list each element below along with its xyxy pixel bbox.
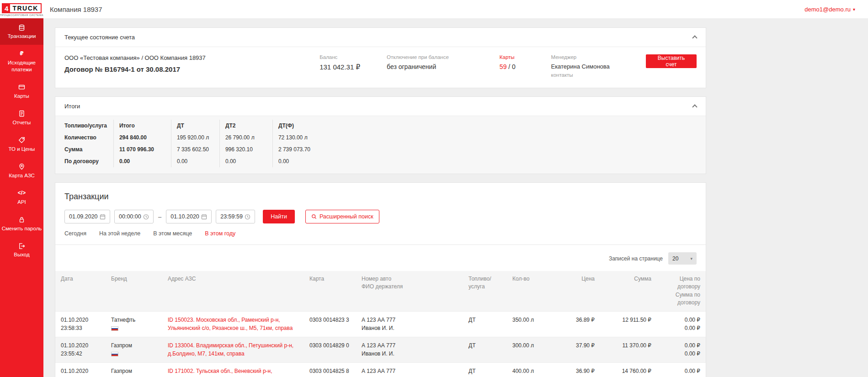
cell-auto: А 123 АА 777Иванов И. И. — [356, 337, 463, 362]
time-to-input[interactable]: 23:59:59 — [216, 210, 255, 223]
quick-filter-this-year[interactable]: В этом году — [205, 230, 235, 237]
cell-date: 01.10.202023:55:42 — [55, 337, 106, 362]
sidebar-item-to-and-prices[interactable]: ТО и Цены — [0, 131, 43, 158]
table-header-row: Дата Бренд Адрес АЗС Карта Номер авто ФИ… — [55, 271, 706, 311]
cutoff-value: без ограничений — [387, 63, 500, 70]
sidebar-item-transactions[interactable]: Транзакции — [0, 18, 43, 45]
date-to-input[interactable]: 01.10.2020 — [166, 210, 212, 223]
col-contract-price: Цена по договору — [662, 275, 700, 291]
transactions-table: Дата Бренд Адрес АЗС Карта Номер авто ФИ… — [55, 271, 706, 377]
cell-auto: А 123 АА 777Иванов И. И. — [356, 311, 463, 337]
station-address-link[interactable]: ID 133004. Владимирская обл., Петушински… — [168, 342, 293, 357]
card-icon — [1, 84, 42, 91]
totals-value: 11 070 996.30 — [113, 143, 171, 155]
totals-value: 996 320.10 — [219, 143, 272, 155]
totals-col-dtf: ДТ(Ф) — [272, 120, 317, 132]
col-price: Цена — [559, 271, 600, 311]
sidebar-item-azs-map[interactable]: Карта АЗС — [0, 158, 43, 184]
clock-icon — [245, 214, 250, 220]
sidebar-item-outgoing-payments[interactable]: ₽ Исходящие платежи — [0, 45, 43, 78]
cell-card: 0303 0014829 0 — [304, 337, 356, 362]
collapse-chevron-icon[interactable] — [692, 35, 697, 40]
cell-qty: 400.00 л — [507, 362, 559, 377]
advanced-search-label: Расширенный поиск — [320, 213, 373, 220]
per-page-select[interactable]: 20 ▾ — [668, 252, 697, 265]
totals-value: 2 739 073.70 — [272, 143, 317, 155]
totals-value: 0.00 — [171, 155, 219, 167]
table-row: 01.10.202023:55:42 Газпром ID 133004. Вл… — [55, 337, 706, 362]
manager-name: Екатерина Симонова — [551, 63, 646, 70]
totals-value: 7 335 602.50 — [171, 143, 219, 155]
cell-address: ID 171002. Тульская обл., Веневский р-н,… — [162, 362, 304, 377]
cell-card: 0303 0014825 8 — [304, 362, 356, 377]
sidebar-nav: Транзакции ₽ Исходящие платежи Карты Отч… — [0, 18, 43, 377]
cell-brand: Газпром — [106, 362, 162, 377]
search-icon — [311, 214, 317, 219]
collapse-chevron-icon[interactable] — [692, 104, 697, 109]
totals-col-dt: ДТ — [171, 120, 219, 132]
date-from-input[interactable]: 01.09.2020 — [64, 210, 110, 223]
cell-card: 0303 0014823 3 — [304, 311, 356, 337]
app-logo[interactable]: 4 TRUCK ПРОЦЕССИНГОВАЯ СИСТЕМА — [0, 2, 43, 16]
per-page-value: 20 — [672, 255, 678, 262]
date-range-dash: – — [158, 213, 161, 220]
col-address: Адрес АЗС — [162, 271, 304, 311]
cell-date: 01.10.202022:55:26 — [55, 362, 106, 377]
cell-qty: 350.00 л — [507, 311, 559, 337]
col-card: Карта — [304, 271, 356, 311]
report-icon — [1, 110, 42, 117]
col-contract: Цена по договору Сумма по договору — [657, 271, 706, 311]
sidebar-item-reports[interactable]: Отчеты — [0, 105, 43, 131]
col-date: Дата — [55, 271, 106, 311]
advanced-search-button[interactable]: Расширенный поиск — [305, 210, 379, 223]
totals-table: Топливо/услуга Итого ДТ ДТ2 ДТ(Ф) Количе… — [64, 120, 317, 167]
issue-invoice-button[interactable]: Выставить счет — [646, 54, 697, 68]
per-page-label: Записей на странице — [609, 255, 663, 262]
transactions-filters: 01.09.2020 00:00:00 – 01.10.2020 23:59:5… — [55, 210, 706, 223]
sidebar-item-change-password[interactable]: Сменить пароль — [0, 211, 43, 237]
cell-auto: А 123 АА 777Иванов И. И. — [356, 362, 463, 377]
search-button[interactable]: Найти — [263, 210, 295, 223]
cell-price: 36.90 ₽ — [559, 362, 600, 377]
logout-icon — [1, 242, 42, 250]
cards-blocked-count: / 0 — [506, 63, 515, 70]
user-menu[interactable]: demo1@demo.ru ▾ — [804, 6, 855, 13]
station-address-link[interactable]: ID 171002. Тульская обл., Веневский р-н,… — [168, 368, 272, 377]
manager-contacts-link[interactable]: контакты — [551, 72, 646, 78]
account-contract: Договор № В16794-1 от 30.08.2017 — [64, 65, 320, 73]
totals-value: 0.00 — [272, 155, 317, 167]
totals-card-title: Итоги — [64, 103, 80, 110]
time-from-input[interactable]: 00:00:00 — [114, 210, 154, 223]
table-row: 01.10.202022:55:26 Газпром ID 171002. Ту… — [55, 362, 706, 377]
sidebar-item-cards[interactable]: Карты — [0, 78, 43, 105]
col-fuel: Топливо/услуга — [463, 271, 507, 311]
sidebar-item-logout[interactable]: Выход — [0, 237, 43, 263]
col-brand: Бренд — [106, 271, 162, 311]
quick-filter-today[interactable]: Сегодня — [64, 230, 86, 237]
quick-filters: Сегодня На этой неделе В этом месяце В э… — [55, 223, 706, 245]
quick-filter-this-month[interactable]: В этом месяце — [153, 230, 192, 237]
station-address-link[interactable]: ID 150023. Московская обл., Раменский р-… — [168, 317, 293, 332]
transactions-icon — [1, 24, 42, 31]
clock-icon — [143, 214, 149, 220]
cell-price: 36.89 ₽ — [559, 311, 600, 337]
totals-value: 72 130.00 л — [272, 132, 317, 143]
cell-date: 01.10.202023:58:33 — [55, 311, 106, 337]
cutoff-label: Отключение при балансе — [387, 54, 500, 60]
time-from-value: 00:00:00 — [119, 213, 141, 220]
quick-filter-this-week[interactable]: На этой неделе — [99, 230, 140, 237]
sidebar-item-api[interactable]: </> API — [0, 184, 43, 211]
totals-row-sum: Сумма 11 070 996.30 7 335 602.50 996 320… — [64, 143, 317, 155]
account-status-card: Текущее состояние счета ООО «Тестовая ко… — [55, 27, 706, 88]
top-header: 4 TRUCK ПРОЦЕССИНГОВАЯ СИСТЕМА Компания … — [0, 0, 868, 18]
date-to-value: 01.10.2020 — [170, 213, 199, 220]
sidebar-item-label: API — [17, 199, 26, 205]
cell-contract: 0.00 ₽0.00 ₽ — [657, 362, 706, 377]
cell-sum: 12 911.50 ₽ — [600, 311, 657, 337]
cards-label[interactable]: Карты — [500, 54, 551, 60]
col-auto-holder: Номер авто ФИО держателя — [356, 271, 463, 311]
russia-flag-icon — [111, 326, 118, 331]
cell-qty: 300.00 л — [507, 337, 559, 362]
cell-contract: 0.00 ₽0.00 ₽ — [657, 311, 706, 337]
totals-row-contract: По договору 0.00 0.00 0.00 0.00 — [64, 155, 317, 167]
